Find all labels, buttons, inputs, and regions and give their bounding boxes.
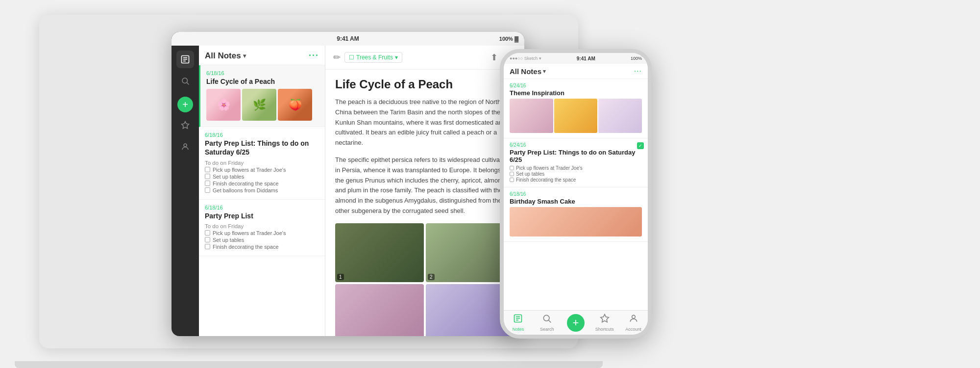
checkbox-1 [205, 167, 210, 172]
checklist-item-6: Set up tables [205, 237, 319, 243]
notes-list-menu[interactable]: ··· [309, 51, 319, 61]
laptop-base [15, 361, 603, 368]
note-date-2: 6/18/16 [205, 132, 319, 138]
iphone-add-button[interactable]: + [567, 314, 585, 332]
checkbox-7 [205, 244, 210, 249]
iphone-note-card-theme[interactable]: 6/24/16 Theme Inspiration [504, 79, 648, 138]
sidebar-search-icon[interactable] [176, 72, 194, 90]
svg-point-7 [184, 144, 187, 147]
checkbox-3 [205, 181, 210, 186]
checklist-item-4: Get balloons from Diddams [205, 187, 319, 193]
iphone-tab-account-icon [629, 314, 638, 326]
notes-list-chevron: ▾ [243, 53, 246, 59]
checkbox-2 [205, 174, 210, 179]
detail-content: Life Cycle of a Peach The peach is a dec… [325, 70, 524, 336]
iphone-tab-shortcuts-label: Shortcuts [595, 327, 614, 332]
note-title-3: Party Prep List [205, 211, 319, 220]
checklist-item-7: Finish decorating the space [205, 244, 319, 250]
detail-image-1: 1 [335, 223, 424, 282]
iphone-note-badge: ✓ [637, 142, 644, 149]
iphone-check-item-1: Pick up flowers at Trader Joe's [510, 165, 642, 171]
detail-body-2: The specific epithet persica refers to i… [335, 155, 514, 216]
iphone-img-flower [554, 99, 598, 133]
svg-marker-6 [182, 122, 189, 129]
note-image-flower: 🌸 [206, 89, 241, 121]
iphone-tab-notes-label: Notes [513, 327, 524, 332]
iphone-tab-add[interactable]: + [562, 314, 590, 332]
iphone-checklist: Pick up flowers at Trader Joe's Set up t… [510, 165, 642, 183]
iphone-note-date-3: 6/18/16 [510, 191, 642, 197]
iphone-checkbox-3 [510, 178, 514, 182]
iphone-checkbox-2 [510, 172, 514, 176]
iphone-note-title-1: Theme Inspiration [510, 89, 642, 97]
note-image-fruit: 🍑 [278, 89, 312, 121]
iphone-note-images-3 [510, 207, 642, 237]
notes-list-title[interactable]: All Notes ▾ [205, 51, 246, 61]
note-date-3: 6/18/16 [205, 205, 319, 210]
iphone-tab-shortcuts[interactable]: Shortcuts [590, 314, 619, 332]
checklist-item-2: Set up tables [205, 174, 319, 180]
iphone-note-card-party[interactable]: ✓ 6/24/16 Party Prep List: Things to do … [504, 138, 648, 187]
iphone-inner: ●●●○○ Sketch ▾ 9:41 AM 100% All Notes ▾ … [504, 53, 648, 335]
notes-list-title-text: All Notes [205, 51, 241, 61]
detail-image-3 [335, 284, 424, 336]
iphone-tab-notes[interactable]: Notes [504, 314, 533, 332]
ipad-inner: + All Notes ▾ ··· 6/18/16 [172, 46, 524, 336]
detail-title: Life Cycle of a Peach [335, 78, 514, 91]
ipad-frame: 9:41 AM 100% ▓ + [172, 32, 524, 336]
notes-list-header: All Notes ▾ ··· [199, 46, 325, 65]
checkbox-4 [205, 187, 210, 193]
detail-body-1: The peach is a deciduous tree native to … [335, 97, 514, 148]
note-card-peach[interactable]: 6/18/16 Life Cycle of a Peach 🌸 🌿 🍑 [199, 65, 325, 127]
iphone-app-header: All Notes ▾ ··· [504, 64, 648, 79]
iphone-tab-account[interactable]: Account [619, 314, 648, 332]
note-images-1: 🌸 🌿 🍑 [206, 89, 319, 121]
ipad-time: 9:41 AM [337, 35, 359, 42]
ipad-status-bar: 9:41 AM 100% ▓ [172, 32, 524, 46]
detail-tag[interactable]: ☐ Trees & Fruits ▾ [344, 52, 402, 63]
sidebar: + [172, 46, 199, 336]
iphone-menu-dots[interactable]: ··· [634, 67, 642, 76]
iphone-img-cake [510, 207, 642, 237]
checkbox-6 [205, 237, 210, 242]
iphone-time: 9:41 AM [577, 56, 595, 61]
note-card-party-full[interactable]: 6/18/16 Party Prep List: Things to do on… [199, 127, 325, 199]
iphone-tab-search-icon [542, 314, 552, 326]
iphone-note-card-cake[interactable]: 6/18/16 Birthday Smash Cake [504, 187, 648, 242]
sidebar-account-icon[interactable] [176, 138, 194, 156]
notes-list-panel: All Notes ▾ ··· 6/18/16 Life Cycle of a … [199, 46, 325, 336]
iphone-notes-list: 6/24/16 Theme Inspiration ✓ 6/24/16 Part… [504, 79, 648, 310]
iphone-note-title-2: Party Prep List: Things to do on Saturda… [510, 149, 642, 163]
iphone-img-hand [510, 99, 553, 133]
checklist-item-3: Finish decorating the space [205, 181, 319, 186]
iphone-frame: ●●●○○ Sketch ▾ 9:41 AM 100% All Notes ▾ … [500, 49, 652, 339]
ipad-battery: 100% ▓ [499, 36, 518, 42]
checklist-item-1: Pick up flowers at Trader Joe's [205, 167, 319, 173]
svg-point-4 [182, 78, 188, 83]
back-icon[interactable]: ✏ [333, 52, 341, 63]
iphone-note-title-3: Birthday Smash Cake [510, 198, 642, 205]
detail-panel: ✏ ☐ Trees & Fruits ▾ ⬆ ⓘ Life Cycle of a… [325, 46, 524, 336]
iphone-tab-notes-icon [513, 314, 523, 326]
svg-marker-14 [600, 315, 609, 322]
iphone-app-title: All Notes ▾ [510, 67, 546, 76]
sidebar-add-button[interactable]: + [177, 97, 193, 112]
iphone-status-bar: ●●●○○ Sketch ▾ 9:41 AM 100% [504, 53, 648, 64]
note-title-1: Life Cycle of a Peach [206, 77, 319, 86]
iphone-tab-search[interactable]: Search [533, 314, 562, 332]
note-preview-2: To do on Friday [205, 159, 319, 167]
iphone-check-item-3: Finish decorating the space [510, 177, 642, 183]
note-image-branch: 🌿 [242, 89, 276, 121]
iphone-tab-shortcuts-icon [600, 314, 610, 326]
iphone-check-item-2: Set up tables [510, 171, 642, 177]
iphone-tab-search-label: Search [540, 327, 554, 332]
share-icon[interactable]: ⬆ [489, 50, 500, 65]
sidebar-notes-icon[interactable] [176, 51, 194, 68]
iphone-battery: 100% [631, 56, 642, 61]
sidebar-favorites-icon[interactable] [176, 116, 194, 134]
iphone-note-date-1: 6/24/16 [510, 83, 642, 88]
iphone-tab-account-label: Account [625, 327, 641, 332]
iphone-title-text: All Notes [510, 67, 541, 76]
note-card-party-short[interactable]: 6/18/16 Party Prep List To do on Friday … [199, 200, 325, 256]
checklist-item-5: Pick up flowers at Trader Joe's [205, 230, 319, 236]
